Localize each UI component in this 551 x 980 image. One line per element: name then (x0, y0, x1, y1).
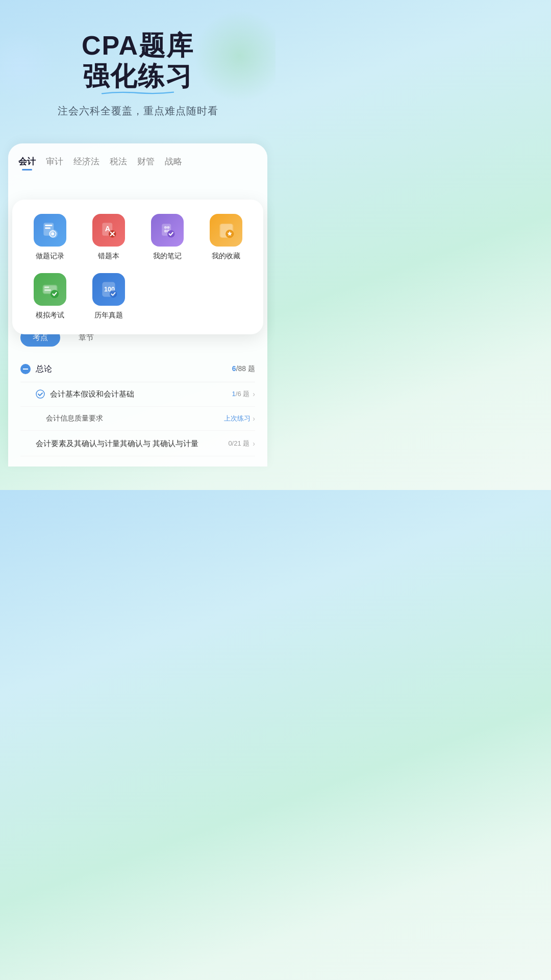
history-icon: 100 (92, 273, 125, 306)
svg-rect-20 (44, 286, 49, 288)
hero-title-line1: CPA题库 (82, 31, 194, 60)
svg-point-25 (109, 290, 116, 297)
collapse-icon (20, 364, 31, 374)
feature-mock[interactable]: 模拟考试 (22, 273, 77, 320)
subtopic-basic-title: 会计基本假设和会计基础 (50, 389, 227, 399)
svg-point-12 (164, 226, 166, 228)
tab-economic-law[interactable]: 经济法 (73, 156, 99, 170)
record-icon (34, 214, 66, 247)
mock-label: 模拟考试 (36, 311, 64, 320)
hero-title: CPA题库 强化练习 (82, 31, 194, 92)
feature-card: 做题记录 A 错题本 (12, 200, 263, 334)
history-label: 历年真题 (94, 311, 123, 320)
deep-nested-count: 0/21 题 (228, 439, 249, 448)
svg-point-14 (164, 230, 166, 232)
svg-rect-2 (45, 227, 51, 229)
tab-strategy[interactable]: 战略 (165, 156, 182, 170)
subject-tabs: 会计 审计 经济法 税法 财管 战略 (18, 156, 257, 170)
feature-collect[interactable]: 我的收藏 (198, 214, 253, 261)
subtopic-basic-count: 1/6 题 (232, 389, 250, 399)
main-card: 会计 审计 经济法 税法 财管 战略 做题记录 (8, 143, 267, 467)
feature-notes[interactable]: 我的笔记 (140, 214, 194, 261)
hero-section: CPA题库 强化练习 注会六科全覆盖，重点难点随时看 (0, 0, 276, 133)
collect-label: 我的收藏 (212, 252, 240, 261)
nested-quality[interactable]: 会计信息质量要求 上次练习 › (20, 407, 255, 431)
deep-nested-elements-title: 会计要素及其确认与计量其确认与 其确认与计量 (36, 438, 223, 449)
subtopic-basic: 会计基本假设和会计基础 1/6 题 › (20, 382, 255, 407)
topic-general-done: 6 (232, 364, 236, 373)
hero-subtitle: 注会六科全覆盖，重点难点随时看 (15, 104, 260, 118)
svg-point-13 (167, 226, 169, 228)
svg-rect-21 (44, 289, 51, 291)
svg-point-26 (36, 390, 44, 398)
svg-point-5 (51, 232, 54, 235)
notes-label: 我的笔记 (153, 252, 182, 261)
feature-record[interactable]: 做题记录 (22, 214, 77, 261)
tab-audit[interactable]: 审计 (46, 156, 63, 170)
collect-icon (210, 214, 242, 247)
tab-accounting[interactable]: 会计 (18, 156, 36, 170)
record-label: 做题记录 (36, 252, 64, 261)
notes-icon (151, 214, 184, 247)
deep-nested-chevron: › (253, 439, 255, 448)
mock-icon (34, 273, 66, 306)
content-section: 考点 章节 总论 6/88 题 (18, 329, 257, 456)
feature-wrong[interactable]: A 错题本 (81, 214, 136, 261)
topic-general-total: 88 (238, 364, 246, 373)
last-practice-link[interactable]: 上次练习 (224, 414, 251, 423)
feature-history[interactable]: 100 历年真题 (81, 273, 136, 320)
topic-general[interactable]: 总论 6/88 题 (20, 357, 255, 382)
svg-rect-1 (45, 225, 52, 226)
title-underline (82, 88, 194, 92)
tab-tax-law[interactable]: 税法 (110, 156, 127, 170)
topic-general-title: 总论 (36, 364, 52, 375)
feature-grid-top: 做题记录 A 错题本 (22, 214, 253, 261)
topic-general-count: 6/88 题 (232, 364, 255, 374)
feature-grid-bottom: 模拟考试 100 历年真题 (22, 273, 253, 320)
wrong-icon: A (92, 214, 125, 247)
nested-quality-title: 会计信息质量要求 (46, 414, 224, 423)
tab-finance[interactable]: 财管 (137, 156, 155, 170)
subtopic-basic-chevron: › (253, 390, 255, 398)
topic-list: 总论 6/88 题 会计基本假设和会计基础 1/6 题 (20, 357, 255, 456)
wrong-label: 错题本 (98, 252, 119, 261)
check-icon (36, 389, 45, 399)
nested-quality-chevron: › (253, 414, 255, 423)
deep-nested-elements[interactable]: 会计要素及其确认与计量其确认与 其确认与计量 0/21 题 › (20, 431, 255, 456)
